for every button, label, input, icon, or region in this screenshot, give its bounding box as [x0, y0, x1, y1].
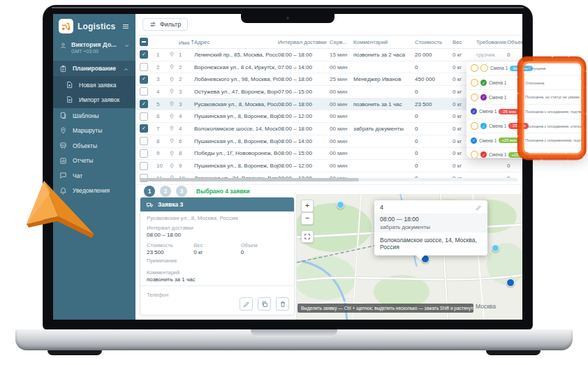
map[interactable]: + − 4 08:00 — 18:00 [296, 194, 522, 320]
status-legend-row[interactable]: ✓Смена 1-25 минПосещена с опозданием, по… [466, 105, 585, 119]
orange-outline-marker-icon [471, 122, 478, 130]
status-description: Посещена с опережением, отклонена [525, 153, 583, 157]
select-all-checkbox[interactable] [140, 38, 148, 46]
column-header-requirements[interactable]: Требования ... [476, 39, 507, 45]
column-header-comment[interactable]: Комментарий [353, 39, 415, 45]
pin-icon [169, 52, 179, 57]
map-marker-light[interactable] [492, 244, 499, 252]
column-header-name[interactable]: Имя↑1 [179, 38, 194, 46]
shift-label: Смена 1 [489, 80, 506, 85]
row-checkbox[interactable] [140, 149, 148, 158]
status-description: Отклонена [525, 81, 583, 85]
scrollbar-thumb[interactable] [140, 178, 359, 181]
page-button-3[interactable]: 3 [176, 186, 187, 197]
chevron-up-icon [123, 66, 129, 73]
status-legend-row[interactable]: ✓Смена 1-25 минПосещена с опозданием, от… [466, 119, 585, 134]
row-checkbox[interactable]: ✓ [140, 75, 148, 84]
status-description: Посещена с опозданием, подтверждена [525, 110, 583, 114]
shift-label: Смена 1 [479, 109, 497, 114]
row-checkbox[interactable] [140, 87, 148, 96]
table-row[interactable]: 43Остужева ул., 47, Воронеж, Ворон...07:… [135, 86, 522, 98]
status-legend-row[interactable]: ✓Смена 1Посещена, но статус не указан [466, 90, 585, 105]
request-card: Заявка 3 Русаковская ул., 8, Москва, Рос… [140, 197, 295, 315]
table-row[interactable]: ✓53Русаковская ул., 8, Москва, Россия08:… [135, 98, 522, 111]
map-marker-dark[interactable] [506, 278, 515, 287]
table-row[interactable]: 22Воронежская ул., 8 с4, Иркутск, И...07… [135, 61, 522, 74]
table-row[interactable]: ✓74Волоколамское шоссе, 14, Моск...08:00… [135, 123, 522, 135]
sidebar-item-routes[interactable]: Маршруты [53, 124, 135, 139]
page-button-1[interactable]: 1 [144, 186, 155, 197]
sidebar-submenu: Новая заявкаИмпорт заявок [53, 76, 135, 108]
page-button-2[interactable]: 2 [160, 186, 171, 197]
sidebar-item-reports[interactable]: Отчеты [53, 154, 135, 169]
delete-button[interactable] [276, 297, 289, 311]
map-popup-comment: забрать документы [380, 224, 482, 230]
planning-icon [59, 65, 67, 73]
table-header: Имя↑1 Адрес Интервал доставки Серв... Ко… [135, 36, 522, 49]
table-row[interactable]: 64Пушкинская ул., 8, Воронеж, Вор...08:0… [135, 110, 522, 123]
routes-icon [59, 127, 67, 135]
shift-label: Смена 1 [489, 124, 506, 128]
status-legend-row[interactable]: ✓Смена 1+25 минПосещена с опережением, о… [466, 148, 585, 158]
shift-label: Смена 1 [490, 66, 508, 70]
map-marker-light[interactable] [337, 201, 344, 209]
zoom-in-button[interactable]: + [301, 200, 314, 212]
request-cost: 23 500 [147, 249, 193, 255]
user-timezone: GMT +03:00 [71, 49, 119, 55]
sidebar-item-planning[interactable]: Планирование [53, 61, 135, 76]
row-checkbox[interactable]: ✓ [140, 50, 148, 59]
edit-button[interactable] [240, 297, 253, 311]
laptop-base-notch [251, 329, 337, 337]
request-volume: 0 [241, 249, 288, 255]
row-address: Волоколамское шоссе, 14, Моск... [194, 126, 278, 132]
logo-row: Logistics [53, 14, 135, 37]
row-checkbox[interactable] [140, 162, 148, 170]
sidebar-item-doc-plus[interactable]: Новая заявка [53, 77, 135, 92]
row-checkbox[interactable] [140, 137, 148, 145]
table-row[interactable]: 109Пушкинская ул., 8, Воронеж, Вор...08:… [135, 160, 522, 172]
fullscreen-button[interactable] [301, 230, 314, 243]
status-legend-row[interactable]: ✓Смена 1Отклонена [466, 76, 585, 91]
menu-toggle-icon[interactable] [122, 22, 130, 31]
table-row[interactable]: ✓11Ленинский пр., 85, Москва, Россия08:0… [135, 49, 522, 61]
pin-icon [169, 151, 179, 156]
row-checkbox[interactable]: ✓ [140, 100, 148, 108]
row-checkbox[interactable] [140, 63, 148, 71]
doc-plus-icon [66, 81, 73, 89]
column-header-cost[interactable]: Стоимость [415, 39, 453, 45]
request-card-header: Заявка 3 [140, 198, 294, 211]
app-screen: Logistics Виктория До... GMT +03:00 [53, 14, 522, 320]
shift-label: Смена 1 [489, 152, 506, 157]
column-header-interval[interactable]: Интервал доставки [278, 39, 330, 45]
sidebar-item-doc-import[interactable]: Импорт заявок [53, 92, 135, 107]
column-header-service[interactable]: Серв... [330, 39, 353, 45]
copy-button[interactable] [258, 297, 271, 311]
user-menu[interactable]: Виктория До... GMT +03:00 [53, 37, 135, 61]
status-legend-row[interactable]: Смена 1АктивнаяПропущена [466, 61, 585, 76]
row-checkbox[interactable]: ✓ [140, 124, 148, 133]
objects-icon [59, 142, 67, 149]
selection-info: Выбрано 4 заявки [196, 188, 250, 195]
column-header-volume[interactable]: Объем [507, 39, 522, 45]
table-row[interactable]: ✓32Лобачевского ул., 98, Москва, Ро...08… [135, 73, 522, 86]
zoom-out-button[interactable]: − [301, 212, 314, 225]
column-header-weight[interactable]: Вес [453, 39, 476, 45]
status-legend-row[interactable]: ✓Смена 1+25 минПосещена с опережением, п… [466, 133, 585, 148]
logo-icon [59, 19, 73, 33]
sidebar-item-objects[interactable]: Объекты [53, 138, 135, 154]
orange-arrow-annotation [20, 172, 98, 246]
main-content: Фильтр Имя↑1 Адрес Интервал доставки Сер… [135, 14, 522, 320]
pin-icon [169, 163, 179, 169]
column-header-address[interactable]: Адрес [194, 39, 278, 45]
table-row[interactable]: 86Пушкинская ул., 8, Воронеж, Вор...08:0… [135, 135, 522, 148]
edit-icon[interactable] [476, 204, 482, 211]
truck-icon [146, 201, 154, 209]
sidebar-item-templates[interactable]: Шаблоны [53, 108, 135, 124]
stage: Logistics Виктория До... GMT +03:00 [0, 0, 588, 365]
horizontal-scrollbar[interactable] [140, 178, 518, 181]
table-row[interactable]: 98Победы ул., 1Г, Нововоронеж, Во...08:0… [135, 148, 522, 161]
filter-icon [149, 21, 156, 28]
row-checkbox[interactable] [140, 112, 148, 121]
filter-button[interactable]: Фильтр [142, 18, 188, 31]
map-popup-title: 4 [380, 204, 383, 211]
